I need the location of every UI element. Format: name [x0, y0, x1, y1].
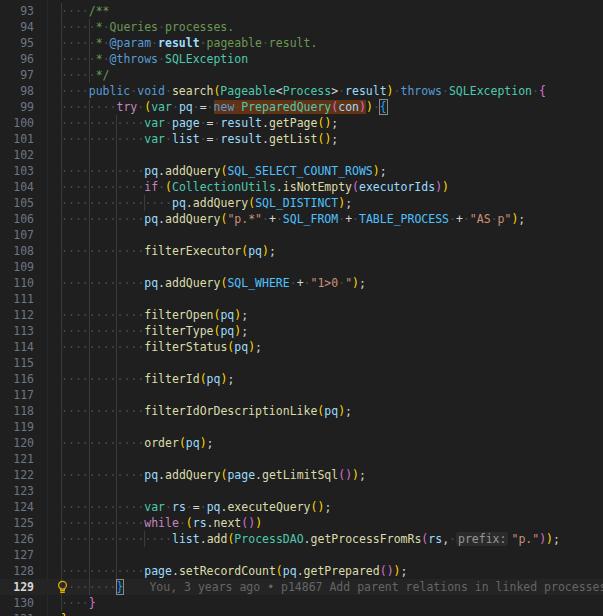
code-line-content[interactable]: ·····*·@throws·SQLException	[61, 51, 248, 67]
code-editor[interactable]: 93····/**94·····*·Queries·processes.95··…	[0, 0, 603, 616]
line-number[interactable]: 123	[0, 483, 34, 499]
code-token: ············	[61, 516, 144, 530]
code-token: Process	[283, 84, 331, 98]
line-number[interactable]: 97	[0, 67, 34, 83]
line-number[interactable]: 129	[0, 579, 34, 595]
code-token: )	[366, 100, 373, 114]
code-line-content[interactable]: ·····*/	[61, 67, 110, 83]
line-number[interactable]: 99	[0, 99, 34, 115]
code-token: pageable·result.	[207, 36, 318, 50]
code-line-content[interactable]: ············while·(rs.next())	[61, 515, 262, 531]
code-line-content[interactable]: ············var·rs·=·pq.executeQuery();	[61, 499, 331, 515]
line-number[interactable]: 118	[0, 403, 34, 419]
code-line-content[interactable]: ············page.setRecordCount(pq.getPr…	[61, 563, 407, 579]
code-token: pq	[324, 404, 338, 418]
line-number[interactable]: 98	[0, 83, 34, 99]
code-token: .	[158, 468, 165, 482]
line-number[interactable]: 113	[0, 323, 34, 339]
line-number[interactable]: 124	[0, 499, 34, 515]
code-line-content[interactable]: ············filterOpen(pq);	[61, 307, 248, 323]
line-number[interactable]: 104	[0, 179, 34, 195]
code-token: SQLException·	[449, 84, 539, 98]
code-token: SQL_FROM·	[283, 212, 345, 226]
code-line-content[interactable]: ····}	[61, 595, 96, 611]
line-number[interactable]: 108	[0, 243, 34, 259]
code-line-content[interactable]: ············pq.addQuery("p.*"·+·SQL_FROM…	[61, 211, 525, 227]
code-line-content[interactable]: ············if·(CollectionUtils.isNotEmp…	[61, 179, 449, 195]
code-token: filterIdOrDescriptionLike	[144, 404, 317, 418]
line-number[interactable]: 95	[0, 35, 34, 51]
line-number[interactable]: 119	[0, 419, 34, 435]
line-number[interactable]: 120	[0, 435, 34, 451]
line-number[interactable]: 106	[0, 211, 34, 227]
indent-guide	[89, 483, 90, 499]
line-number[interactable]: 115	[0, 355, 34, 371]
line-number[interactable]: 117	[0, 387, 34, 403]
line-number[interactable]: 126	[0, 531, 34, 547]
code-line-content[interactable]: ············pq.addQuery(SQL_SELECT_COUNT…	[61, 163, 387, 179]
code-token: ProcessDAO	[234, 532, 303, 546]
line-number[interactable]: 101	[0, 131, 34, 147]
code-token: +·	[297, 276, 311, 290]
line-number[interactable]: 116	[0, 371, 34, 387]
code-token: addQuery	[165, 276, 220, 290]
line-number[interactable]: 109	[0, 259, 34, 275]
code-token: .	[200, 532, 207, 546]
code-line-content[interactable]: ············filterId(pq);	[61, 371, 234, 387]
code-line: 96·····*·@throws·SQLException	[0, 51, 603, 67]
code-token: ············	[61, 244, 144, 258]
code-token: list	[172, 532, 200, 546]
line-number[interactable]: 103	[0, 163, 34, 179]
code-token: ············	[61, 308, 144, 322]
line-number[interactable]: 112	[0, 307, 34, 323]
line-number[interactable]: 127	[0, 547, 34, 563]
code-line-content[interactable]: ·····*·@param·result·pageable·result.	[61, 35, 317, 51]
line-number[interactable]: 111	[0, 291, 34, 307]
code-line-content[interactable]: ········}You, 3 years ago • p14867 Add p…	[61, 579, 603, 595]
line-number[interactable]: 130	[0, 595, 34, 611]
line-number[interactable]: 131	[0, 611, 34, 616]
code-line-content[interactable]: ········try·(var·pq·=·new·PreparedQuery(…	[61, 99, 387, 115]
line-number[interactable]: 93	[0, 3, 34, 19]
line-number[interactable]: 125	[0, 515, 34, 531]
code-line-content[interactable]: }	[61, 611, 68, 616]
code-token: *·	[96, 52, 110, 66]
code-line: 121	[0, 451, 603, 467]
line-number[interactable]: 105	[0, 195, 34, 211]
code-line-content[interactable]: ············pq.addQuery(page.getLimitSql…	[61, 467, 366, 483]
code-line-content[interactable]: ·····*·Queries·processes.	[61, 19, 234, 35]
code-token: pq	[220, 308, 234, 322]
code-token: (	[380, 564, 387, 578]
line-number[interactable]: 121	[0, 451, 34, 467]
code-token: pq	[234, 340, 248, 354]
inlay-hint: prefix:	[456, 532, 508, 546]
line-number[interactable]: 110	[0, 275, 34, 291]
code-token: ;	[401, 564, 408, 578]
indent-guide	[61, 227, 62, 243]
code-token: (	[165, 180, 172, 194]
line-number[interactable]: 107	[0, 227, 34, 243]
code-token: ·	[338, 84, 345, 98]
code-line-content[interactable]: ············filterType(pq);	[61, 323, 248, 339]
code-line: 110············pq.addQuery(SQL_WHERE·+·"…	[0, 275, 603, 291]
code-line-content[interactable]: ················pq.addQuery(SQL_DISTINCT…	[61, 195, 352, 211]
code-line-content[interactable]: ····public·void·search(Pageable<Process>…	[61, 83, 546, 99]
code-line-content[interactable]: ····/**	[61, 3, 110, 19]
code-token: pq	[207, 372, 221, 386]
line-number[interactable]: 96	[0, 51, 34, 67]
code-line-content[interactable]: ············order(pq);	[61, 435, 214, 451]
code-line-content[interactable]: ············filterStatus(pq);	[61, 339, 262, 355]
code-line-content[interactable]: ············filterExecutor(pq);	[61, 243, 276, 259]
code-line-content[interactable]: ············filterIdOrDescriptionLike(pq…	[61, 403, 352, 419]
line-number[interactable]: 128	[0, 563, 34, 579]
line-number[interactable]: 114	[0, 339, 34, 355]
code-line-content[interactable]: ············pq.addQuery(SQL_WHERE·+·"1>0…	[61, 275, 366, 291]
code-line-content[interactable]: ············var·list·=·result.getList();	[61, 131, 338, 147]
line-number[interactable]: 100	[0, 115, 34, 131]
line-number[interactable]: 94	[0, 19, 34, 35]
line-number[interactable]: 122	[0, 467, 34, 483]
code-line-content[interactable]: ············var·page·=·result.getPage();	[61, 115, 338, 131]
line-number[interactable]: 102	[0, 147, 34, 163]
code-line-content[interactable]: ················list.add(ProcessDAO.getP…	[61, 531, 560, 547]
code-token: page	[144, 564, 172, 578]
